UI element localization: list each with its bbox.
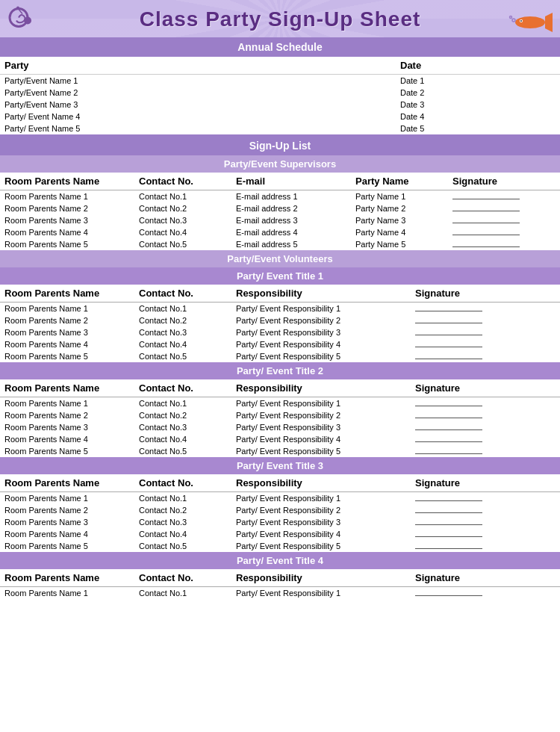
vol-col-contact: Contact No. [134,569,231,587]
sup-name: Room Parents Name 5 [0,238,134,250]
sup-email: E-mail address 3 [231,214,351,226]
event-title-4: Party/ Event Title 4 [0,552,560,569]
vol-contact: Contact No.1 [134,397,231,410]
vol-name: Room Parents Name 1 [0,397,134,410]
sup-name: Room Parents Name 2 [0,202,134,214]
vol-col-sig: Signature [411,379,560,397]
sup-col-contact: Contact No. [134,173,231,190]
vol-resp: Party/ Event Responsibility 3 [231,421,411,433]
vol-contact: Contact No.4 [134,338,231,350]
supervisors-subsection-header: Party/Event Supervisors [0,155,560,173]
sup-party: Party Name 5 [351,238,448,250]
fish-icon [508,11,553,34]
annual-row-party: Party/ Event Name 5 [0,122,396,134]
sup-contact: Contact No.5 [134,238,231,250]
annual-schedule-header: Annual Schedule [0,37,560,57]
vol-sig [411,516,560,528]
sup-col-email: E-mail [231,173,351,190]
annual-row-date: Date 1 [396,75,560,87]
vol-col-contact: Contact No. [134,474,231,492]
sup-name: Room Parents Name 3 [0,214,134,226]
signup-section: Sign-Up List Party/Event Supervisors Roo… [0,136,560,599]
supervisor-row: Room Parents Name 4 Contact No.4 E-mail … [0,226,560,238]
vol-resp: Party/ Event Responsibility 2 [231,409,411,421]
sup-sig [448,238,560,250]
volunteer-row: Room Parents Name 2 Contact No.2 Party/ … [0,314,560,326]
vol-col-sig: Signature [411,569,560,587]
annual-row: Party/ Event Name 4 Date 4 [0,111,560,122]
vol-name: Room Parents Name 1 [0,492,134,505]
annual-row: Party/ Event Name 5 Date 5 [0,122,560,134]
vol-name: Room Parents Name 3 [0,516,134,528]
vol-sig [411,504,560,516]
annual-row-party: Party/Event Name 3 [0,99,396,111]
svg-point-7 [512,19,515,22]
supervisor-row: Room Parents Name 1 Contact No.1 E-mail … [0,190,560,203]
vol-col-name: Room Parents Name [0,285,134,303]
vol-resp: Party/ Event Responsibility 4 [231,433,411,445]
sup-party: Party Name 3 [351,214,448,226]
vol-sig [411,587,560,600]
vol-resp: Party/ Event Responsibility 2 [231,504,411,516]
annual-row-party: Party/Event Name 2 [0,87,396,99]
sup-name: Room Parents Name 4 [0,226,134,238]
vol-resp: Party/ Event Responsibility 3 [231,326,411,338]
sup-sig [448,202,560,214]
volunteer-row: Room Parents Name 1 Contact No.1 Party/ … [0,492,560,505]
vol-col-contact: Contact No. [134,379,231,397]
vol-contact: Contact No.5 [134,350,231,362]
volunteer-row: Room Parents Name 5 Contact No.5 Party/ … [0,350,560,362]
vol-sig [411,350,560,362]
vol-resp: Party/ Event Responsibility 4 [231,338,411,350]
annual-schedule-section: Annual Schedule Party Date Party/Event N… [0,37,560,134]
page-title: Class Party Sign-Up Sheet [0,7,560,31]
vol-name: Room Parents Name 5 [0,540,134,552]
volunteer-row: Room Parents Name 2 Contact No.2 Party/ … [0,409,560,421]
vol-sig [411,397,560,410]
sup-contact: Contact No.2 [134,202,231,214]
vol-col-resp: Responsibility [231,474,411,492]
vol-sig [411,492,560,505]
sup-party: Party Name 2 [351,202,448,214]
sup-name: Room Parents Name 1 [0,190,134,203]
vol-name: Room Parents Name 2 [0,504,134,516]
vol-resp: Party/ Event Responsibility 2 [231,314,411,326]
sup-col-sig: Signature [448,173,560,190]
svg-point-6 [520,20,522,22]
vol-name: Room Parents Name 4 [0,528,134,540]
volunteer-row: Room Parents Name 5 Contact No.5 Party/ … [0,540,560,552]
event-table-3: Room Parents Name Contact No. Responsibi… [0,474,560,552]
event-title-3: Party/ Event Title 3 [0,457,560,474]
vol-resp: Party/ Event Responsibility 1 [231,587,411,600]
svg-point-3 [515,16,545,28]
vol-contact: Contact No.4 [134,433,231,445]
vol-contact: Contact No.4 [134,528,231,540]
vol-contact: Contact No.3 [134,326,231,338]
vol-sig [411,326,560,338]
sup-col-name: Room Parents Name [0,173,134,190]
vol-resp: Party/ Event Responsibility 5 [231,350,411,362]
vol-name: Room Parents Name 2 [0,409,134,421]
sup-sig [448,226,560,238]
annual-row-party: Party/ Event Name 4 [0,111,396,122]
events-container: Party/ Event Title 1 Room Parents Name C… [0,267,560,599]
vol-contact: Contact No.2 [134,314,231,326]
vol-sig [411,303,560,315]
annual-party-col-header: Party [0,57,396,74]
volunteer-row: Room Parents Name 3 Contact No.3 Party/ … [0,421,560,433]
vol-contact: Contact No.1 [134,492,231,505]
vol-contact: Contact No.2 [134,504,231,516]
event-table-4: Room Parents Name Contact No. Responsibi… [0,569,560,599]
annual-row: Party/Event Name 1 Date 1 [0,75,560,87]
vol-sig [411,421,560,433]
vol-sig [411,528,560,540]
volunteer-row: Room Parents Name 1 Contact No.1 Party/ … [0,397,560,410]
sup-contact: Contact No.1 [134,190,231,203]
volunteer-row: Room Parents Name 3 Contact No.3 Party/ … [0,516,560,528]
supervisor-row: Room Parents Name 5 Contact No.5 E-mail … [0,238,560,250]
vol-resp: Party/ Event Responsibility 3 [231,516,411,528]
annual-data-rows: Party/Event Name 1 Date 1 Party/Event Na… [0,75,560,134]
svg-marker-4 [545,13,553,32]
vol-name: Room Parents Name 1 [0,587,134,600]
vol-sig [411,540,560,552]
